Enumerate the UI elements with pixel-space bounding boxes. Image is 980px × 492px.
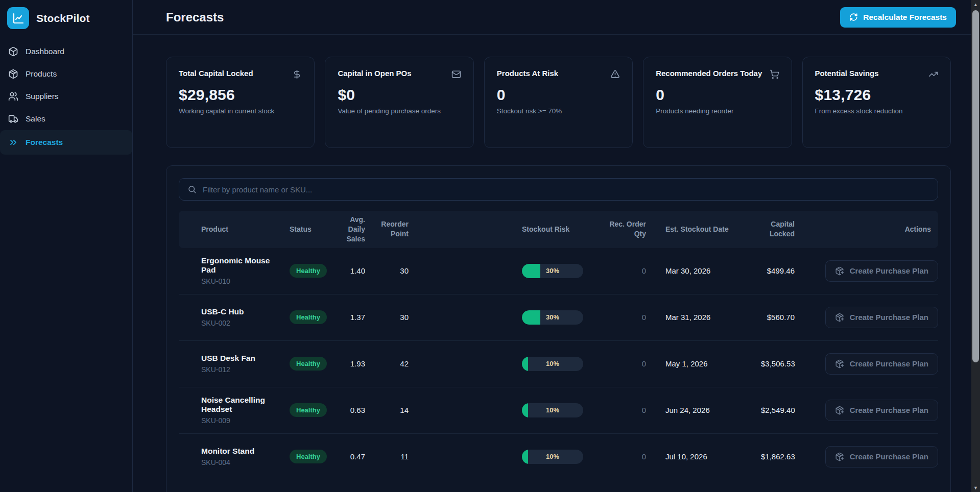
column-header-avg-daily-sales: Avg. Daily Sales <box>332 211 365 248</box>
create-purchase-plan-label: Create Purchase Plan <box>850 266 928 275</box>
shopping-cart-icon <box>770 69 779 79</box>
forecast-table-panel: Product Status Avg. Daily Sales Reorder … <box>166 165 951 492</box>
stat-value: 0 <box>497 86 620 104</box>
risk-progress-bar: 30% <box>522 310 583 325</box>
column-header-est-stockout-date: Est. Stockout Date <box>646 220 761 238</box>
recalculate-forecasts-button[interactable]: Recalculate Forecasts <box>840 7 956 28</box>
product-name: USB Desk Fan <box>201 354 283 363</box>
status-cell: Healthy <box>283 450 332 463</box>
stat-subtitle: Working capital in current stock <box>179 107 302 115</box>
avg-daily-sales-value: 0.63 <box>332 406 365 414</box>
stat-value: 0 <box>656 86 779 104</box>
scrollbar-down-arrow-icon[interactable]: ▼ <box>971 483 980 492</box>
table-row: Ergonomic Mouse Pad SKU-010 Healthy 1.40… <box>179 248 938 294</box>
sidebar-item-label: Suppliers <box>26 92 59 101</box>
avg-daily-sales-value: 1.40 <box>332 266 365 275</box>
sidebar-item-suppliers[interactable]: Suppliers <box>0 85 132 108</box>
sidebar-item-products[interactable]: Products <box>0 63 132 85</box>
stat-title: Recommended Orders Today <box>656 68 762 79</box>
product-name: Monitor Stand <box>201 447 283 456</box>
column-header-status: Status <box>283 220 332 238</box>
create-purchase-plan-button[interactable]: Create Purchase Plan <box>825 446 938 468</box>
actions-cell: Create Purchase Plan <box>797 307 938 328</box>
sidebar-item-sales[interactable]: Sales <box>0 108 132 130</box>
rec-order-qty-value: 0 <box>603 406 646 414</box>
reorder-point-value: 30 <box>365 313 409 322</box>
sidebar-item-forecasts[interactable]: Forecasts <box>0 130 132 155</box>
status-badge: Healthy <box>290 264 327 278</box>
scrollbar-thumb[interactable] <box>972 10 979 362</box>
stat-value: $29,856 <box>179 86 302 104</box>
column-header-product: Product <box>179 220 283 238</box>
table-row: Noise Cancelling Headset SKU-009 Healthy… <box>179 387 938 434</box>
main-area: Forecasts Recalculate Forecasts Total Ca… <box>133 0 971 492</box>
create-purchase-plan-button[interactable]: Create Purchase Plan <box>825 353 938 375</box>
risk-percent-label: 30% <box>522 310 583 325</box>
status-cell: Healthy <box>283 310 332 324</box>
avg-daily-sales-value: 1.93 <box>332 359 365 368</box>
stat-card-products-at-risk: Products At Risk 0 Stockout risk >= 70% <box>484 57 633 148</box>
est-stockout-date-value: May 1, 2026 <box>646 359 761 368</box>
rec-order-qty-value: 0 <box>603 452 646 461</box>
stat-title: Capital in Open POs <box>338 68 411 79</box>
avg-daily-sales-value: 1.37 <box>332 313 365 322</box>
sidebar-item-label: Forecasts <box>26 138 63 147</box>
product-sku: SKU-009 <box>201 416 283 425</box>
risk-percent-label: 10% <box>522 450 583 464</box>
sidebar: StockPilot Dashboard Products Suppliers … <box>0 0 133 492</box>
package-plus-icon <box>835 313 844 322</box>
stat-subtitle: Products needing reorder <box>656 107 779 115</box>
stockout-risk-cell: 30% <box>409 264 603 278</box>
stat-subtitle: From excess stock reduction <box>815 107 938 115</box>
vertical-scrollbar[interactable]: ▲ ▼ <box>971 0 980 492</box>
product-sku: SKU-004 <box>201 458 283 466</box>
status-badge: Healthy <box>290 357 327 371</box>
est-stockout-date-value: Mar 31, 2026 <box>646 313 761 322</box>
filter-input[interactable] <box>203 185 929 194</box>
stockout-risk-cell: 10% <box>409 403 603 417</box>
risk-progress-bar: 10% <box>522 357 583 371</box>
product-cell: Monitor Stand SKU-004 <box>179 447 283 466</box>
capital-locked-value: $3,506.53 <box>761 359 797 368</box>
create-purchase-plan-button[interactable]: Create Purchase Plan <box>825 260 938 282</box>
rec-order-qty-value: 0 <box>603 313 646 322</box>
table-row: Screen Cleaner Kit Healthy <box>179 480 938 492</box>
stat-card-potential-savings: Potential Savings $13,726 From excess st… <box>802 57 951 148</box>
create-purchase-plan-button[interactable]: Create Purchase Plan <box>825 307 938 328</box>
est-stockout-date-value: Jul 10, 2026 <box>646 452 761 461</box>
product-name: Ergonomic Mouse Pad <box>201 256 283 275</box>
brand: StockPilot <box>0 5 132 36</box>
stat-subtitle: Value of pending purchase orders <box>338 107 461 115</box>
status-cell: Healthy <box>283 357 332 371</box>
sidebar-item-label: Dashboard <box>26 47 64 56</box>
capital-locked-value: $499.46 <box>761 266 797 275</box>
table-body: Ergonomic Mouse Pad SKU-010 Healthy 1.40… <box>179 248 938 492</box>
product-cell: Noise Cancelling Headset SKU-009 <box>179 396 283 425</box>
est-stockout-date-value: Mar 30, 2026 <box>646 266 761 275</box>
create-purchase-plan-button[interactable]: Create Purchase Plan <box>825 400 938 421</box>
product-name: USB-C Hub <box>201 307 283 316</box>
risk-progress-bar: 30% <box>522 264 583 278</box>
est-stockout-date-value: Jun 24, 2026 <box>646 406 761 414</box>
stockout-risk-cell: 10% <box>409 357 603 371</box>
capital-locked-value: $560.70 <box>761 313 797 322</box>
risk-percent-label: 10% <box>522 357 583 371</box>
sidebar-item-dashboard[interactable]: Dashboard <box>0 40 132 63</box>
status-cell: Healthy <box>283 264 332 278</box>
package-plus-icon <box>835 359 844 368</box>
actions-cell: Create Purchase Plan <box>797 260 938 282</box>
table-header-row: Product Status Avg. Daily Sales Reorder … <box>179 211 938 248</box>
package-plus-icon <box>835 266 844 276</box>
stat-card-capital-open-pos: Capital in Open POs $0 Value of pending … <box>325 57 473 148</box>
chevrons-right-icon <box>8 137 18 147</box>
table-row: USB Desk Fan SKU-012 Healthy 1.93 42 10% <box>179 341 938 387</box>
filter-box[interactable] <box>179 178 938 201</box>
create-purchase-plan-label: Create Purchase Plan <box>850 359 928 368</box>
stat-card-recommended-orders: Recommended Orders Today 0 Products need… <box>643 57 792 148</box>
page-title: Forecasts <box>166 10 224 24</box>
scrollbar-up-arrow-icon[interactable]: ▲ <box>971 0 980 9</box>
status-badge: Healthy <box>290 403 327 417</box>
risk-progress-bar: 10% <box>522 403 583 417</box>
table-row: USB-C Hub SKU-002 Healthy 1.37 30 30% <box>179 294 938 341</box>
product-cell: USB-C Hub SKU-002 <box>179 307 283 327</box>
